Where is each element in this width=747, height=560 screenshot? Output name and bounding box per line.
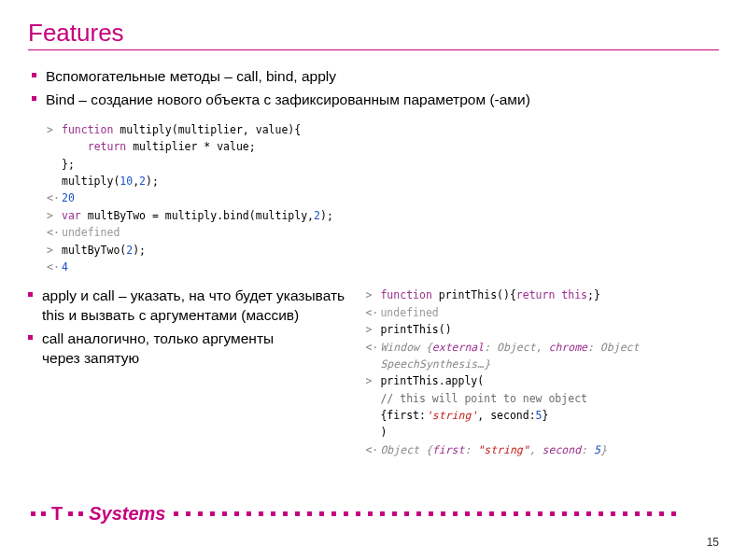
- bullet-item: Вспомогательные методы – call, bind, app…: [32, 67, 719, 87]
- bullet-text: Bind – создание нового объекта с зафикси…: [46, 91, 530, 110]
- bullet-text: Вспомогательные методы – call, bind, app…: [46, 67, 336, 87]
- bullet-item: apply и call – указать, на что будет ука…: [28, 287, 354, 326]
- bullet-item: Bind – создание нового объекта с зафикси…: [32, 91, 719, 110]
- bullet-marker: [28, 335, 33, 340]
- bullet-marker: [32, 73, 36, 77]
- bullet-marker: [32, 96, 36, 101]
- decorative-dots: [170, 511, 720, 516]
- code-block-2: >function printThis(){return this;} <·un…: [354, 287, 719, 458]
- slide-title: Features: [28, 19, 719, 50]
- bullet-list: Вспомогательные методы – call, bind, app…: [32, 67, 719, 110]
- bullet-marker: [28, 292, 33, 297]
- logo-row: T Systems: [28, 503, 719, 525]
- bullet-text: call аналогично, только аргументы через …: [42, 329, 274, 369]
- page-number: 15: [707, 536, 719, 549]
- code-block-1: >function multiply(multiplier, value){ r…: [47, 121, 719, 276]
- t-systems-logo: T Systems: [28, 503, 166, 525]
- bullet-item: call аналогично, только аргументы через …: [28, 329, 354, 369]
- bullet-text: apply и call – указать, на что будет ука…: [42, 287, 345, 326]
